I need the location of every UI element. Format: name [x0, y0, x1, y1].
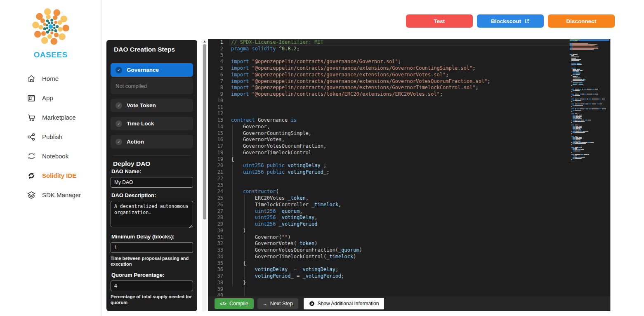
code-line[interactable]: import "@openzeppelin/contracts/governan… — [229, 85, 570, 91]
indent-guide — [244, 234, 245, 241]
code-line[interactable]: GovernorVotes(_token) — [229, 241, 570, 247]
line-number: 20 — [208, 163, 229, 169]
sidebar-item-app[interactable]: App — [0, 88, 101, 108]
code-line[interactable] — [229, 292, 570, 296]
code-line[interactable] — [229, 176, 570, 182]
home-icon — [26, 74, 36, 84]
code-line[interactable]: GovernorVotesQuorumFraction, — [229, 143, 570, 150]
code-line[interactable]: votingDelay_ = _votingDelay; — [229, 266, 570, 273]
indent-guide — [244, 286, 245, 293]
indent-guide — [232, 202, 233, 208]
code-line[interactable]: GovernorCountingSimple, — [229, 130, 570, 137]
code-line[interactable]: import "@openzeppelin/contracts/token/ER… — [229, 91, 570, 98]
sidebar-item-notebook[interactable]: Notebook — [0, 146, 101, 166]
oasees-logo: OASEES — [0, 7, 101, 59]
code-line[interactable] — [229, 182, 570, 189]
field-label: Quorum Percentage: — [111, 272, 193, 278]
code-editor[interactable]: 1234567891011121314151617181920212223242… — [208, 39, 610, 296]
show-additional-info-button[interactable]: Show Additional Information — [304, 298, 385, 309]
indent-guide — [232, 260, 233, 267]
scrollbar-up-arrow-icon[interactable] — [203, 40, 206, 42]
code-line[interactable] — [229, 111, 570, 117]
code-line[interactable]: GovernorTimelockControl — [229, 150, 570, 156]
code-line[interactable]: import "@openzeppelin/contracts/governan… — [229, 72, 570, 78]
step-action[interactable]: ✓Action — [111, 135, 193, 149]
code-line[interactable]: uint256 _quorum, — [229, 208, 570, 215]
eye-icon — [309, 301, 315, 307]
test-button-label: Test — [434, 18, 445, 24]
step-label: Action — [127, 139, 144, 145]
dao-name-input[interactable] — [111, 177, 193, 188]
code-line[interactable]: TimelockController _timelock, — [229, 202, 570, 208]
scrollbar-thumb[interactable] — [203, 44, 206, 219]
indent-guide — [244, 254, 245, 260]
quorum-percentage-input[interactable] — [111, 281, 193, 291]
code-line[interactable]: import "@openzeppelin/contracts/governan… — [229, 78, 570, 85]
test-button[interactable]: Test — [406, 14, 473, 28]
code-line[interactable]: } — [229, 280, 570, 286]
code-line[interactable] — [229, 286, 570, 293]
indent-guide — [244, 215, 245, 221]
code-line[interactable]: ERC20Votes _token, — [229, 195, 570, 202]
code-line[interactable]: ) — [229, 228, 570, 234]
code-line[interactable]: GovernorVotes, — [229, 137, 570, 143]
code-line[interactable] — [229, 98, 570, 104]
indent-guide — [232, 176, 233, 182]
code-line[interactable]: import "@openzeppelin/contracts/governan… — [229, 65, 570, 72]
code-line[interactable]: { — [229, 260, 570, 267]
next-step-label: Next Step — [270, 301, 293, 307]
code-line[interactable]: Governor, — [229, 124, 570, 130]
dao-description-textarea[interactable] — [111, 201, 193, 227]
indent-guide — [232, 234, 233, 241]
minimum-delay-blocks-input[interactable] — [111, 242, 193, 253]
indent-guide — [244, 208, 245, 215]
code-line[interactable]: uint256 _votingDelay, — [229, 215, 570, 221]
compile-button[interactable]: </> Compile — [215, 298, 254, 309]
panel-scrollbar[interactable] — [202, 39, 207, 311]
code-line[interactable]: // SPDX-License-Identifier: MIT — [229, 39, 570, 46]
code-line[interactable]: votingPeriod_ = _votingPeriod; — [229, 273, 570, 280]
line-number: 5 — [208, 65, 229, 72]
code-line[interactable]: uint256 _votingPeriod — [229, 221, 570, 228]
disconnect-button[interactable]: Disconnect — [548, 14, 615, 28]
code-line[interactable]: constructor( — [229, 189, 570, 195]
disconnect-button-label: Disconnect — [566, 18, 597, 24]
sidebar-item-publish[interactable]: Publish — [0, 127, 101, 146]
sidebar-item-marketplace[interactable]: Marketplace — [0, 108, 101, 127]
code-line[interactable]: uint256 public votingDelay_; — [229, 163, 570, 169]
code-line[interactable]: uint256 public votingPeriod_; — [229, 169, 570, 176]
indent-guide — [232, 254, 233, 260]
line-number: 22 — [208, 176, 229, 182]
line-number: 38 — [208, 280, 229, 286]
editor-minimap[interactable] — [570, 39, 609, 296]
line-number: 27 — [208, 208, 229, 215]
editor-right-edge — [610, 39, 611, 311]
code-line[interactable] — [229, 104, 570, 111]
indent-guide — [232, 228, 233, 234]
indent-guide — [244, 266, 245, 273]
code-line[interactable]: contract Governance is — [229, 117, 570, 124]
code-line[interactable]: pragma solidity ^0.8.2; — [229, 46, 570, 52]
step-time-lock[interactable]: ✓Time Lock — [111, 117, 193, 130]
code-line[interactable]: { — [229, 156, 570, 163]
header-actions: TestBlockscoutDisconnect — [406, 14, 615, 28]
editor-code-area[interactable]: // SPDX-License-Identifier: MITpragma so… — [229, 39, 570, 296]
code-line[interactable]: Governor("") — [229, 234, 570, 241]
sidebar-item-label: Marketplace — [42, 114, 76, 121]
sidebar-item-sdk-manager[interactable]: SDK Manager — [0, 185, 101, 205]
indent-guide — [232, 137, 233, 143]
indent-guide — [232, 150, 233, 156]
step-vote-token[interactable]: ✓Vote Token — [111, 99, 193, 112]
blockscout-button[interactable]: Blockscout — [477, 14, 544, 28]
minimap-row — [570, 163, 609, 164]
code-line[interactable]: import "@openzeppelin/contracts/governan… — [229, 59, 570, 65]
sidebar-item-home[interactable]: Home — [0, 69, 101, 88]
sidebar-item-label: SDK Manager — [42, 191, 81, 198]
next-step-button[interactable]: → Next Step — [257, 298, 298, 309]
code-line[interactable] — [229, 52, 570, 59]
sidebar-item-solidity-ide[interactable]: Solidity IDE — [0, 166, 101, 185]
step-governance[interactable]: ✓Governance — [111, 63, 193, 77]
oasees-logo-icon — [28, 7, 73, 50]
code-line[interactable]: GovernorVotesQuorumFraction(_quorum) — [229, 247, 570, 254]
code-line[interactable]: GovernorTimelockControl(_timelock) — [229, 254, 570, 260]
